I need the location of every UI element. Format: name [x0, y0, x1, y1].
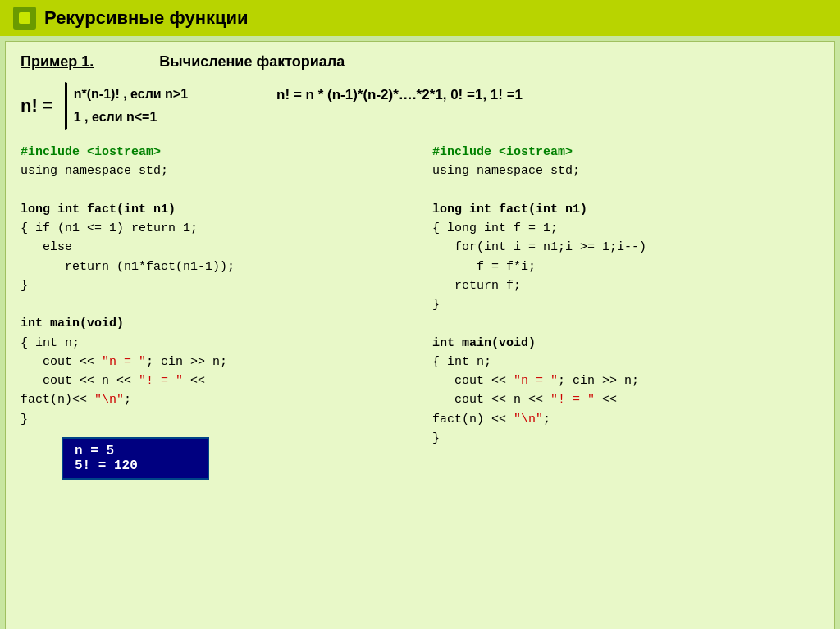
- left-include: #include <iostream>: [21, 143, 408, 162]
- left-main-body1: { int n;: [21, 334, 408, 353]
- right-main-body5: }: [432, 429, 819, 448]
- right-main-decl: int main(void): [432, 334, 819, 353]
- left-func-body3: return (n1*fact(n1-1));: [21, 258, 408, 276]
- terminal-line2: 5! = 120: [75, 458, 196, 473]
- example-label-left: Пример 1.: [21, 53, 94, 71]
- right-func-body2: for(int i = n1;i >= 1;i--): [432, 238, 819, 257]
- left-func-body2: else: [21, 238, 408, 257]
- n-factorial-label: n! =: [21, 95, 53, 116]
- right-func-body1: { long int f = 1;: [432, 219, 819, 238]
- left-column: #include <iostream> using namespace std;…: [21, 143, 408, 480]
- left-main-body4: fact(n)<< "\n";: [21, 390, 408, 409]
- left-main-body5: }: [21, 410, 408, 429]
- left-func-decl: long int fact(int n1): [21, 200, 408, 219]
- right-func-body3: f = f*i;: [432, 258, 819, 276]
- formula-block: n! = n*(n-1)! , если n>1 1 , если n<=1 n…: [21, 82, 819, 130]
- left-func-body1: { if (n1 <= 1) return 1;: [21, 219, 408, 238]
- left-func-body4: }: [21, 276, 408, 295]
- formula-case2: 1 , если n<=1: [74, 107, 188, 127]
- two-col: #include <iostream> using namespace std;…: [21, 143, 819, 480]
- right-main-body3: cout << n << "! = " <<: [432, 390, 819, 409]
- left-main-body2: cout << "n = "; cin >> n;: [21, 353, 408, 371]
- right-main-body4: fact(n) << "\n";: [432, 410, 819, 429]
- example-label-right: Вычисление факториала: [159, 53, 345, 71]
- right-column: #include <iostream> using namespace std;…: [432, 143, 819, 480]
- right-code: #include <iostream> using namespace std;…: [432, 143, 819, 448]
- right-func-decl: long int fact(int n1): [432, 200, 819, 219]
- formula-case1: n*(n-1)! , если n>1: [74, 84, 188, 104]
- header-icon: [13, 7, 36, 30]
- formula-left: n! = n*(n-1)! , если n>1 1 , если n<=1: [21, 82, 194, 130]
- right-func-body5: }: [432, 295, 819, 314]
- example-title: Пример 1. Вычисление факториала: [21, 53, 819, 71]
- left-using: using namespace std;: [21, 162, 408, 180]
- terminal-line1: n = 5: [75, 444, 196, 458]
- right-include: #include <iostream>: [432, 143, 819, 162]
- left-code: #include <iostream> using namespace std;…: [21, 143, 408, 429]
- header-title: Рекурсивные функции: [44, 7, 249, 29]
- right-main-body1: { int n;: [432, 353, 819, 371]
- formula-brace: n*(n-1)! , если n>1 1 , если n<=1: [65, 82, 194, 130]
- main-content: Пример 1. Вычисление факториала n! = n*(…: [5, 41, 835, 629]
- left-main-decl: int main(void): [21, 314, 408, 333]
- right-main-body2: cout << "n = "; cin >> n;: [432, 371, 819, 390]
- right-using: using namespace std;: [432, 162, 819, 180]
- right-func-body4: return f;: [432, 276, 819, 295]
- terminal-box: n = 5 5! = 120: [62, 437, 209, 480]
- left-main-body3: cout << n << "! = " <<: [21, 371, 408, 390]
- formula-right: n! = n * (n-1)*(n-2)*….*2*1, 0! =1, 1! =…: [276, 82, 523, 103]
- header: Рекурсивные функции: [0, 0, 840, 36]
